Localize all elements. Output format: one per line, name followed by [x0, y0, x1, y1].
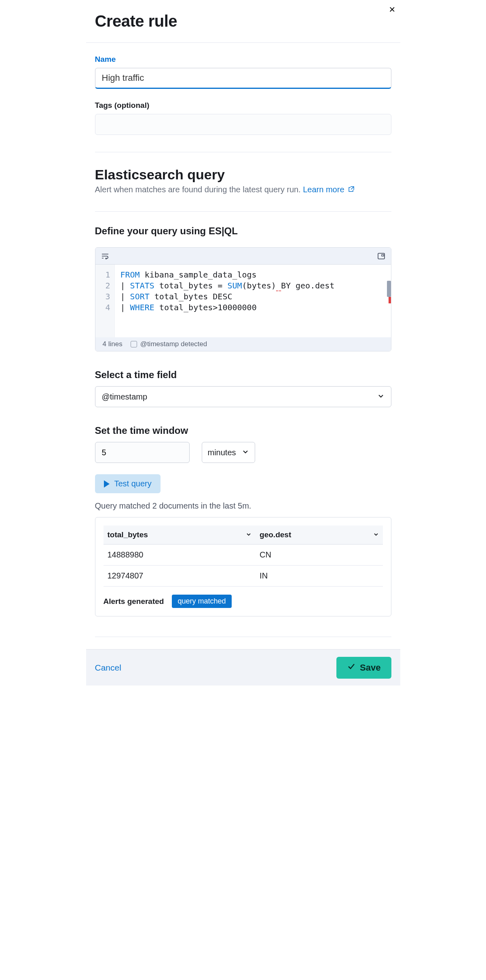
close-icon[interactable]: ×: [389, 4, 395, 15]
define-query-title: Define your query using ES|QL: [95, 225, 391, 237]
svg-rect-1: [382, 254, 384, 256]
time-window-value[interactable]: [95, 442, 190, 463]
test-query-button[interactable]: Test query: [95, 474, 161, 493]
error-marker-icon: [389, 297, 391, 303]
test-query-label: Test query: [114, 479, 152, 488]
col-geo-dest[interactable]: geo.dest: [256, 526, 382, 545]
table-row: 12974807 IN: [104, 566, 383, 587]
cancel-button[interactable]: Cancel: [95, 663, 121, 673]
time-window-unit-select[interactable]: minutes: [202, 442, 255, 463]
save-label: Save: [360, 662, 380, 673]
editor-footer: 4 lines @timestamp detected: [95, 337, 391, 351]
col-total-bytes[interactable]: total_bytes: [104, 526, 256, 545]
footer-bar: Cancel Save: [86, 649, 400, 686]
divider: [95, 211, 391, 212]
page-title: Create rule: [95, 12, 391, 30]
chevron-down-icon: [373, 530, 379, 539]
time-window-title: Set the time window: [95, 425, 391, 436]
scroll-thumb[interactable]: [387, 281, 391, 297]
editor-body[interactable]: 1 2 3 4 FROM kibana_sample_data_logs | S…: [95, 265, 391, 337]
save-button[interactable]: Save: [336, 657, 391, 679]
time-field-value: @timestamp: [102, 392, 148, 402]
line-gutter: 1 2 3 4: [95, 265, 115, 337]
query-desc-text: Alert when matches are found during the …: [95, 185, 301, 194]
chevron-down-icon: [377, 392, 385, 402]
time-field-title: Select a time field: [95, 369, 391, 381]
name-field-block: Name: [95, 43, 391, 89]
reference-icon[interactable]: [377, 252, 385, 260]
tags-input[interactable]: [95, 114, 391, 135]
editor-toolbar: [95, 248, 391, 265]
query-section-title: Elasticsearch query: [95, 167, 391, 183]
alerts-generated-label: Alerts generated: [104, 597, 164, 606]
tags-label: Tags (optional): [95, 101, 391, 110]
time-window-unit: minutes: [208, 448, 236, 457]
play-icon: [104, 480, 110, 488]
tags-field-block: Tags (optional): [95, 89, 391, 135]
name-label: Name: [95, 55, 391, 64]
lines-count: 4 lines: [103, 340, 123, 348]
table-header-row: total_bytes geo.dest: [104, 526, 383, 545]
chevron-down-icon: [246, 530, 251, 539]
query-section-desc: Alert when matches are found during the …: [95, 185, 391, 194]
timestamp-detected: @timestamp detected: [140, 340, 207, 348]
create-rule-page: × Create rule Name Tags (optional) Elast…: [86, 0, 400, 686]
word-wrap-icon[interactable]: [101, 252, 109, 260]
esql-editor: 1 2 3 4 FROM kibana_sample_data_logs | S…: [95, 247, 391, 351]
external-link-icon: [348, 185, 355, 194]
divider: [95, 152, 391, 152]
learn-more-link[interactable]: Learn more: [303, 185, 355, 194]
results-table: total_bytes geo.dest: [104, 526, 383, 587]
check-icon: [347, 662, 355, 673]
code-area[interactable]: FROM kibana_sample_data_logs | STATS tot…: [115, 265, 391, 337]
query-match-text: Query matched 2 documents in the last 5m…: [95, 501, 391, 511]
chevron-down-icon: [242, 448, 249, 457]
query-matched-badge[interactable]: query matched: [172, 595, 231, 608]
results-box: total_bytes geo.dest: [95, 517, 391, 616]
table-row: 14888980 CN: [104, 545, 383, 566]
header: Create rule: [86, 0, 400, 43]
time-field-select[interactable]: @timestamp: [95, 386, 391, 407]
timestamp-icon: [131, 341, 137, 347]
name-input[interactable]: [95, 68, 391, 89]
